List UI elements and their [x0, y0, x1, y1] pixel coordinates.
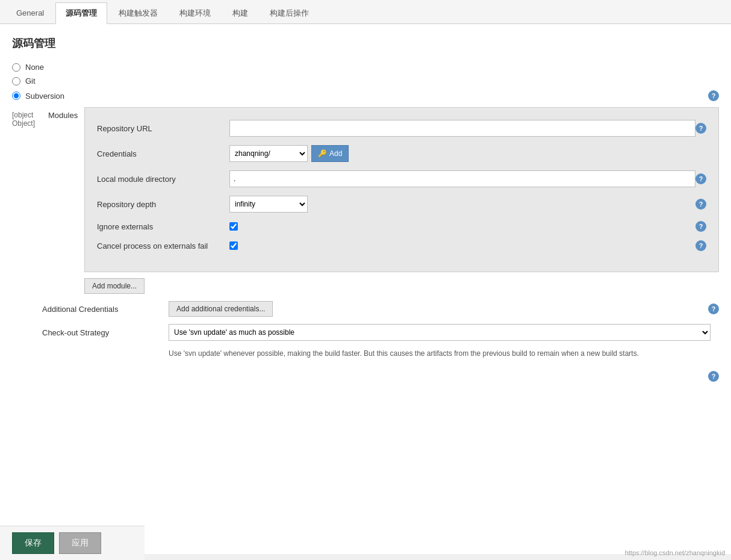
footer-bar: 保存 应用: [0, 526, 145, 554]
page-title: 源码管理: [12, 36, 719, 51]
repo-url-row: Repository URL ?: [97, 120, 706, 137]
tab-build[interactable]: 构建: [222, 2, 258, 23]
checkout-strategy-row: Check-out Strategy Use 'svn update' as m…: [12, 324, 719, 341]
cancel-process-help-icon[interactable]: ?: [695, 240, 706, 251]
local-module-dir-label: Local module directory: [97, 175, 229, 184]
tab-bar: General 源码管理 构建触发器 构建环境 构建 构建后操作: [0, 0, 731, 24]
modules-container: Repository URL ? Credentials zhanqning/ …: [84, 107, 719, 294]
add-additional-credentials-button[interactable]: Add additional credentials...: [169, 301, 273, 317]
credentials-controls: zhanqning/ 🔑 Add: [229, 145, 706, 162]
page-content: 源码管理 None Git Subversion ? [object Objec…: [0, 24, 731, 554]
checkout-description: Use 'svn update' whenever possible, maki…: [169, 348, 711, 359]
radio-git: Git: [12, 76, 719, 86]
credentials-label: Credentials: [97, 149, 229, 158]
modules-text: Modules: [48, 111, 78, 120]
local-module-dir-row: Local module directory ?: [97, 170, 706, 187]
cancel-process-label: Cancel process on externals fail: [97, 241, 229, 250]
repo-depth-label: Repository depth: [97, 200, 229, 209]
tab-scm[interactable]: 源码管理: [55, 2, 107, 24]
subversion-help-icon[interactable]: ?: [708, 90, 719, 101]
ignore-externals-label: Ignore externals: [97, 222, 229, 231]
cancel-process-row: Cancel process on externals fail ?: [97, 240, 706, 251]
credentials-add-button[interactable]: 🔑 Add: [311, 145, 349, 162]
checkout-strategy-select[interactable]: Use 'svn update' as much as possible Alw…: [169, 324, 711, 341]
tab-env[interactable]: 构建环境: [169, 2, 221, 23]
watermark: https://blog.csdn.net/zhanqningkid: [625, 549, 725, 554]
bottom-help-icon[interactable]: ?: [708, 371, 719, 382]
radio-git-label[interactable]: Git: [25, 76, 36, 86]
repo-url-label: Repository URL: [97, 124, 229, 133]
module-box: Repository URL ? Credentials zhanqning/ …: [84, 107, 719, 272]
apply-button[interactable]: 应用: [59, 532, 101, 554]
modules-label: [object Object]: [12, 111, 42, 128]
tab-general[interactable]: General: [6, 2, 54, 23]
local-dir-help-icon[interactable]: ?: [695, 173, 706, 184]
ignore-externals-row: Ignore externals ?: [97, 221, 706, 232]
radio-subversion: Subversion ?: [12, 90, 719, 101]
radio-none-label[interactable]: None: [25, 63, 44, 72]
radio-git-input[interactable]: [12, 77, 20, 86]
repo-depth-row: Repository depth infinity empty files im…: [97, 196, 706, 213]
tab-post[interactable]: 构建后操作: [260, 2, 319, 23]
credentials-select[interactable]: zhanqning/: [229, 145, 308, 162]
additional-credentials-label: Additional Credentials: [42, 305, 163, 314]
additional-credentials-row: Additional Credentials Add additional cr…: [12, 301, 719, 317]
local-module-dir-input[interactable]: [229, 170, 695, 187]
radio-subversion-input[interactable]: [12, 92, 20, 100]
save-button[interactable]: 保存: [12, 532, 54, 554]
add-module-button[interactable]: Add module...: [84, 278, 145, 294]
additional-credentials-help-icon[interactable]: ?: [708, 303, 719, 314]
radio-subversion-label[interactable]: Subversion: [25, 92, 64, 101]
add-btn-label: Add: [329, 149, 342, 158]
key-icon: 🔑: [318, 149, 327, 158]
repo-depth-help-icon[interactable]: ?: [695, 199, 706, 210]
credentials-row: Credentials zhanqning/ 🔑 Add: [97, 145, 706, 162]
repo-url-input[interactable]: [229, 120, 695, 137]
repo-url-help-icon[interactable]: ?: [695, 123, 706, 134]
ignore-externals-help-icon[interactable]: ?: [695, 221, 706, 232]
radio-none-input[interactable]: [12, 63, 20, 72]
tab-trigger[interactable]: 构建触发器: [108, 2, 168, 23]
radio-none: None: [12, 63, 719, 72]
repo-depth-select[interactable]: infinity empty files immediates: [229, 196, 308, 213]
ignore-externals-checkbox[interactable]: [229, 222, 238, 231]
checkout-strategy-label: Check-out Strategy: [42, 328, 163, 337]
subversion-section: [object Object] Modules Repository URL ?…: [12, 107, 719, 294]
cancel-process-checkbox[interactable]: [229, 241, 238, 250]
